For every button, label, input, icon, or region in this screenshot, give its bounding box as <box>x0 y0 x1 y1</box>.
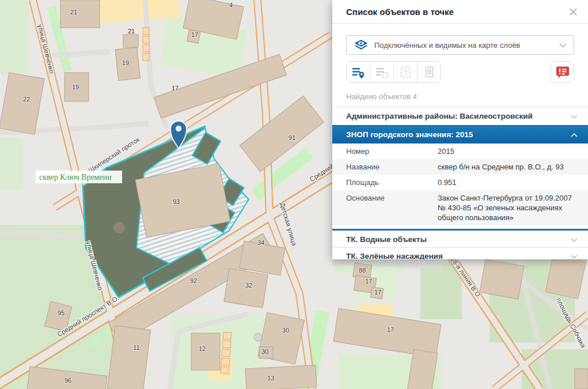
report-problem-button[interactable] <box>551 61 574 83</box>
building-number-label: 95 <box>58 309 65 316</box>
building-number-label: 30 <box>261 348 268 355</box>
building-number-label: 17 <box>387 326 394 333</box>
fountain-circle <box>113 222 125 233</box>
detail-row: Площадь 0.951 <box>332 175 588 190</box>
list-with-area-icon <box>375 66 389 79</box>
dashed-box-question-icon: ? <box>399 66 412 79</box>
chevron-down-icon <box>571 115 578 119</box>
detail-value: Закон Санкт-Петербурга от 19.09.2007 № 4… <box>438 193 574 222</box>
close-button[interactable] <box>567 6 579 17</box>
building-number-label: 21 <box>128 28 135 35</box>
building-number-label: 22 <box>23 96 30 103</box>
group-label: ТК. Зелёные насаждения <box>346 252 443 260</box>
building-number-label: 92 <box>190 277 197 284</box>
detail-row: Название сквер б/н на Среднем пр. В.О., … <box>332 159 588 175</box>
building-number-label: 21 <box>70 9 77 16</box>
group-row-water-objects[interactable]: ТК. Водные объекты <box>332 231 588 247</box>
group-row-admin-districts[interactable]: Административные районы: Василеостровски… <box>332 107 588 125</box>
layer-filter-dropdown[interactable]: Подключённых и видимых на карте слоёв <box>346 35 574 55</box>
group-label: Административные районы: Василеостровски… <box>346 112 533 120</box>
poi-label-text: сквер Ключ Времени <box>39 173 112 182</box>
panel-header: Список объектов в точке <box>332 0 588 24</box>
group-row-znop[interactable]: ЗНОП городского значения: 2015 <box>332 125 588 143</box>
objects-in-area-button[interactable] <box>370 62 393 82</box>
poi-label: сквер Ключ Времени <box>36 171 122 183</box>
building-number-label: 19 <box>122 59 129 66</box>
list-with-pin-icon <box>352 66 365 79</box>
building-number-label: 91 <box>289 134 295 141</box>
building-number-label: 11 <box>133 344 139 351</box>
building-number-label: 96 <box>65 377 71 384</box>
svg-text:?: ? <box>404 69 407 75</box>
close-icon <box>569 7 578 16</box>
layer-filter-label: Подключённых и видимых на карте слоёв <box>374 41 520 50</box>
building-number-label: 88 <box>359 267 366 274</box>
detail-label: Номер <box>346 146 438 156</box>
problem-report-icon <box>556 66 570 78</box>
toolbar: ? <box>346 61 574 83</box>
building-number-label: 93 <box>173 198 180 205</box>
results-count: Найдено объектов 4 <box>346 93 574 100</box>
group-row-green-plantings[interactable]: ТК. Зелёные насаждения <box>332 247 588 259</box>
building-number-label: 32 <box>245 282 252 289</box>
objects-at-point-button[interactable] <box>347 62 370 82</box>
building-number-label: 17 <box>172 85 179 92</box>
building-number-label: 17 <box>365 278 372 285</box>
panel-title: Список объектов в точке <box>346 7 567 17</box>
detail-label: Название <box>346 162 438 172</box>
object-details: Номер 2015 Название сквер б/н на Среднем… <box>332 143 588 225</box>
building-number-label: 17 <box>374 289 381 296</box>
detail-row: Основание Закон Санкт-Петербурга от 19.0… <box>332 190 588 225</box>
building-number-label: 12 <box>199 345 206 352</box>
tool-group: ? <box>346 61 441 83</box>
document-icon <box>423 66 436 79</box>
detail-value: 2015 <box>438 146 574 156</box>
identify-rectangle-button[interactable]: ? <box>393 62 417 82</box>
chevron-down-icon <box>571 238 578 242</box>
app-root: 2121191922174179193929596111232303013348… <box>0 0 588 389</box>
building-number-label: 4 <box>229 2 233 9</box>
detail-value: 0.951 <box>438 177 574 187</box>
building-number-label: 30 <box>282 327 289 334</box>
layers-eye-icon <box>354 39 369 51</box>
building-number-label: 13 <box>267 375 274 382</box>
building-number-label: 17 <box>191 31 198 38</box>
group-label: ЗНОП городского значения: 2015 <box>346 130 473 139</box>
chevron-up-icon <box>571 133 578 137</box>
results-panel: Список объектов в точке Подключённых и в… <box>332 0 588 259</box>
detail-row: Номер 2015 <box>332 143 588 159</box>
building-number-label: 34 <box>257 239 264 246</box>
object-card-button[interactable] <box>417 62 441 82</box>
building-number-label: 19 <box>72 84 79 90</box>
detail-label: Площадь <box>346 177 438 187</box>
chevron-down-icon <box>559 43 567 48</box>
group-label: ТК. Водные объекты <box>346 235 427 244</box>
detail-value: сквер б/н на Среднем пр. В.О., д. 93 <box>438 162 574 172</box>
detail-label: Основание <box>346 193 438 222</box>
chevron-down-icon <box>571 255 578 259</box>
